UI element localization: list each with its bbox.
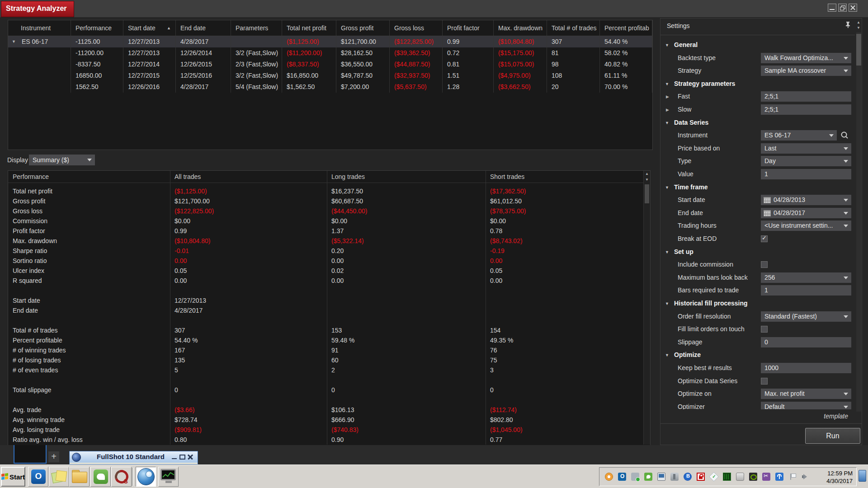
settings-section-header[interactable]: ▼Strategy parameters: [660, 78, 855, 90]
summary-row[interactable]: Total net profit($1,125.00)$16,237.50($1…: [8, 186, 644, 196]
setting-dropdown[interactable]: Last: [761, 143, 851, 154]
setting-dropdown[interactable]: <Use instrument settin...: [761, 221, 851, 231]
results-row[interactable]: -11200.0012/27/201312/26/20143/2 (Fast,S…: [8, 47, 652, 59]
column-header[interactable]: Start date▲: [123, 20, 176, 36]
tray-lock-icon[interactable]: [697, 473, 705, 481]
results-row[interactable]: 1562.5012/26/20164/28/20175/4 (Fast,Slow…: [8, 81, 652, 93]
tray-nvidia-icon[interactable]: [749, 473, 757, 481]
setting-dropdown[interactable]: Day: [761, 156, 851, 166]
column-header[interactable]: Gross loss: [390, 20, 443, 36]
show-desktop-button[interactable]: [859, 470, 866, 482]
summary-row[interactable]: Total slippage000: [8, 385, 644, 395]
setting-checkbox[interactable]: [761, 261, 768, 268]
setting-input[interactable]: 2;5;1: [761, 91, 851, 102]
scroll-up-button[interactable]: ▲: [644, 171, 650, 177]
summary-row[interactable]: Avg. winning trade$728.74$666.90$802.80: [8, 415, 644, 425]
close-button[interactable]: [849, 4, 857, 12]
summary-row[interactable]: Total # of trades307153154: [8, 325, 644, 335]
tray-power-icon[interactable]: [670, 473, 679, 481]
fullshot-window[interactable]: FullShot 10 Standard: [69, 451, 198, 465]
tray-rdp-icon[interactable]: [631, 473, 639, 481]
setting-checkbox[interactable]: [761, 378, 768, 385]
fullshot-maximize-button[interactable]: [179, 454, 186, 460]
summary-row[interactable]: Profit factor0.991.370.78: [8, 226, 644, 236]
chevron-right-icon[interactable]: ▶: [666, 94, 669, 99]
quicklaunch-evernote-icon[interactable]: [90, 467, 111, 487]
column-header[interactable]: Performance: [71, 20, 123, 36]
run-button[interactable]: Run: [805, 428, 860, 444]
tray-evernote-icon[interactable]: [644, 473, 652, 481]
row-expander-icon[interactable]: ▼: [12, 36, 16, 47]
summary-row[interactable]: Gross loss($122,825.00)($44,450.00)($78,…: [8, 206, 644, 216]
window-title-tab[interactable]: Strategy Analyzer: [1, 1, 74, 17]
summary-row[interactable]: Avg. losing trade($909.81)($740.83)($1,0…: [8, 425, 644, 435]
tray-flag-icon[interactable]: [788, 473, 797, 481]
pin-icon[interactable]: [845, 21, 851, 30]
setting-dropdown[interactable]: Standard (Fastest): [761, 311, 851, 322]
add-tab-button[interactable]: +: [48, 451, 59, 462]
summary-scrollbar[interactable]: ▲▼: [643, 171, 650, 445]
quicklaunch-notes-icon[interactable]: [49, 467, 69, 487]
column-header[interactable]: Gross profit: [336, 20, 390, 36]
tray-picasa-icon[interactable]: [605, 473, 613, 481]
setting-dropdown[interactable]: Sample MA crossover: [761, 66, 851, 76]
tray-diamond-icon[interactable]: [709, 472, 719, 482]
setting-input[interactable]: 2;5;1: [761, 104, 851, 115]
results-row[interactable]: -8337.5012/27/201412/26/20152/3 (Fast,Sl…: [8, 59, 652, 70]
fullshot-minimize-button[interactable]: [171, 454, 178, 460]
scroll-up-button[interactable]: ▲: [855, 20, 862, 24]
column-header-label[interactable]: Short trades: [490, 171, 524, 183]
template-link[interactable]: template: [824, 413, 848, 420]
setting-dropdown[interactable]: ES 06-17: [761, 130, 837, 141]
summary-row[interactable]: Commission$0.00$0.00$0.00: [8, 216, 644, 226]
summary-row[interactable]: Percent profitable54.40 %59.48 %49.35 %: [8, 335, 644, 345]
quicklaunch-folder-icon[interactable]: [69, 467, 90, 487]
setting-date-picker[interactable]: 04/28/2013: [761, 195, 851, 205]
summary-row[interactable]: Ulcer index0.050.020.05: [8, 266, 644, 276]
summary-row[interactable]: # of losing trades1356075: [8, 355, 644, 365]
summary-row[interactable]: Gross profit$121,700.00$60,687.50$61,012…: [8, 196, 644, 206]
column-header[interactable]: Profit factor: [443, 20, 494, 36]
summary-row[interactable]: # of even trades523: [8, 365, 644, 375]
setting-input[interactable]: 1000: [761, 363, 851, 373]
summary-row[interactable]: Sortino ratio0.000.000.00: [8, 256, 644, 266]
chevron-right-icon[interactable]: ▶: [666, 108, 669, 112]
settings-scrollbar[interactable]: [856, 32, 861, 412]
scroll-down-button[interactable]: ▼: [644, 177, 650, 183]
column-header-label[interactable]: Performance: [13, 171, 49, 183]
summary-row[interactable]: End date4/28/2017: [8, 305, 644, 315]
restore-button[interactable]: [838, 4, 847, 12]
settings-section-header[interactable]: ▼Data Series: [660, 117, 855, 129]
settings-section-header[interactable]: ▼General: [660, 39, 855, 51]
summary-row[interactable]: Start date12/27/2013: [8, 296, 644, 305]
summary-row[interactable]: # of winning trades1679176: [8, 345, 644, 355]
start-button[interactable]: Start: [1, 467, 25, 487]
tray-usb-icon[interactable]: [736, 473, 744, 481]
summary-row[interactable]: R squared0.000.000.00: [8, 276, 644, 286]
tray-vol-icon[interactable]: [802, 473, 810, 481]
minimize-button[interactable]: [828, 4, 836, 12]
setting-input[interactable]: 0: [761, 337, 851, 347]
setting-checkbox[interactable]: [761, 235, 768, 242]
quicklaunch-ninja-icon[interactable]: [158, 467, 179, 487]
settings-scrollbar-thumb[interactable]: [856, 34, 861, 66]
taskbar-clock[interactable]: 12:59 PM 4/30/2017: [826, 469, 853, 485]
tray-chip-icon[interactable]: [723, 473, 731, 481]
settings-section-header[interactable]: ▼Set up: [660, 246, 855, 258]
column-header[interactable]: Percent profitab: [600, 20, 652, 36]
search-icon[interactable]: [840, 131, 849, 141]
setting-dropdown[interactable]: Max. net profit: [761, 389, 851, 399]
results-row[interactable]: 16850.0012/27/201512/25/20163/2 (Fast,Sl…: [8, 70, 652, 81]
tray-snip-icon[interactable]: [762, 473, 770, 481]
setting-date-picker[interactable]: 04/28/2017: [761, 208, 851, 218]
tray-display-icon[interactable]: [657, 473, 665, 481]
setting-dropdown[interactable]: Default: [761, 402, 851, 409]
column-header-label[interactable]: Long trades: [331, 171, 365, 183]
column-header[interactable]: Total # of trades: [547, 20, 600, 36]
tray-bluetooth-icon[interactable]: [684, 473, 692, 481]
setting-dropdown[interactable]: 256: [761, 272, 851, 283]
column-header-label[interactable]: All trades: [175, 171, 201, 183]
column-header[interactable]: Parameters: [231, 20, 282, 36]
column-header[interactable]: Instrument: [8, 20, 71, 36]
column-header[interactable]: Max. drawdown: [494, 20, 547, 36]
